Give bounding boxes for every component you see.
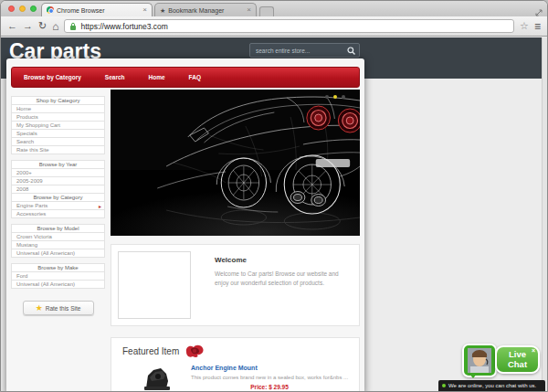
site-page: Browse by Category Search Home FAQ Shop …: [6, 58, 364, 391]
site-search-box[interactable]: [249, 43, 360, 58]
main-nav: Browse by Category Search Home FAQ: [11, 67, 360, 88]
welcome-image-placeholder: [118, 251, 191, 319]
agent-photo: [468, 348, 491, 373]
main-column: Welcome Welcome to Car parts! Browse our…: [111, 90, 360, 391]
page-viewport: Car parts Browse by Category Search Home…: [1, 37, 547, 391]
online-status-icon: [442, 384, 446, 387]
live-chat-label: Live Chat: [504, 350, 532, 369]
slider-dot-active[interactable]: [333, 95, 337, 99]
featured-product: Anchor Engine Mount This product comes b…: [119, 365, 352, 391]
featured-title: Featured Item: [122, 346, 179, 356]
nav-home[interactable]: Home: [137, 74, 177, 80]
slider-dot[interactable]: [325, 95, 329, 99]
ribbon-icon: [184, 344, 205, 358]
tab-close-icon[interactable]: ×: [247, 6, 251, 14]
welcome-body: Welcome to Car parts! Browse our website…: [215, 270, 353, 289]
search-icon[interactable]: [347, 47, 355, 55]
nav-faq[interactable]: FAQ: [177, 74, 213, 80]
product-name-link[interactable]: Anchor Engine Mount: [191, 365, 348, 371]
minimize-window-button[interactable]: [19, 5, 26, 12]
reload-icon[interactable]: ↻: [38, 21, 47, 31]
zoom-window-button[interactable]: [30, 5, 37, 12]
sidebar-item-rate[interactable]: Rate this Site: [11, 145, 105, 154]
tab-bookmark-manager[interactable]: ★ Bookmark Manager ×: [154, 3, 257, 16]
tab-strip: Chrome Browser × ★ Bookmark Manager ×: [41, 3, 274, 16]
url-text: https://www.fortune3.com: [80, 22, 167, 31]
hero-banner[interactable]: [111, 90, 360, 236]
product-image[interactable]: [139, 365, 175, 391]
padlock-icon: [69, 22, 77, 31]
chat-agent-bubble[interactable]: [462, 344, 497, 377]
sidebar-item-universal-model[interactable]: Universal (All American): [11, 249, 105, 258]
featured-item-card: Featured Item: [111, 337, 360, 391]
chat-status-bar[interactable]: We are online, you can chat with us.: [438, 380, 545, 391]
product-info: Anchor Engine Mount This product comes b…: [191, 365, 348, 391]
forward-icon[interactable]: →: [23, 21, 33, 31]
close-window-button[interactable]: [8, 5, 15, 12]
featured-header: Featured Item: [119, 344, 352, 358]
welcome-text: Welcome Welcome to Car parts! Browse our…: [215, 251, 353, 319]
sidebar: Shop by Category Home Products My Shoppi…: [11, 90, 105, 391]
tab-label: Chrome Browser: [57, 7, 105, 14]
window-controls: [8, 5, 37, 12]
home-icon[interactable]: ⌂: [52, 21, 58, 32]
browser-toolbar: ← → ↻ ⌂ https://www.fortune3.com ☆ ≡: [1, 16, 547, 37]
back-icon[interactable]: ←: [7, 21, 17, 31]
product-description: This product comes brand new in a sealed…: [191, 375, 348, 380]
chat-close-icon[interactable]: ×: [532, 347, 535, 354]
bookmark-star-icon[interactable]: ☆: [520, 21, 529, 31]
rate-this-site-button[interactable]: ★ Rate this Site: [23, 301, 94, 315]
browser-window: Chrome Browser × ★ Bookmark Manager × ← …: [0, 0, 548, 392]
star-icon: ★: [36, 304, 43, 313]
welcome-card: Welcome Welcome to Car parts! Browse our…: [111, 244, 360, 326]
address-bar[interactable]: https://www.fortune3.com: [64, 19, 514, 33]
new-tab-button[interactable]: [259, 6, 274, 16]
sidebar-item-accessories[interactable]: Accessories: [11, 209, 105, 218]
wireframe-car-image: [111, 90, 360, 236]
rate-button-label: Rate this Site: [46, 305, 81, 312]
page-content: Shop by Category Home Products My Shoppi…: [6, 90, 364, 391]
menu-icon[interactable]: ≡: [534, 21, 541, 32]
nav-search[interactable]: Search: [93, 74, 137, 80]
chrome-icon: [47, 6, 54, 14]
product-price: Price: $ 29.95: [191, 384, 348, 390]
tab-chrome-browser[interactable]: Chrome Browser ×: [41, 3, 153, 16]
search-input[interactable]: [254, 47, 347, 55]
slider-dots: [325, 95, 345, 99]
star-icon: ★: [160, 7, 165, 14]
nav-browse-by-category[interactable]: Browse by Category: [12, 74, 93, 80]
titlebar: Chrome Browser × ★ Bookmark Manager ×: [1, 1, 547, 16]
sidebar-item-universal-make[interactable]: Universal (All American): [11, 280, 105, 289]
tab-close-icon[interactable]: ×: [142, 6, 147, 14]
live-chat-button[interactable]: Live Chat ×: [495, 345, 540, 374]
slider-dot[interactable]: [342, 95, 345, 99]
welcome-title: Welcome: [215, 256, 353, 264]
scrollbar[interactable]: [542, 37, 547, 391]
resize-icon[interactable]: [535, 4, 543, 20]
sidebar-item-label: Engine Parts: [16, 203, 47, 208]
chat-status-text: We are online, you can chat with us.: [448, 383, 536, 388]
tab-label: Bookmark Manager: [168, 7, 224, 14]
